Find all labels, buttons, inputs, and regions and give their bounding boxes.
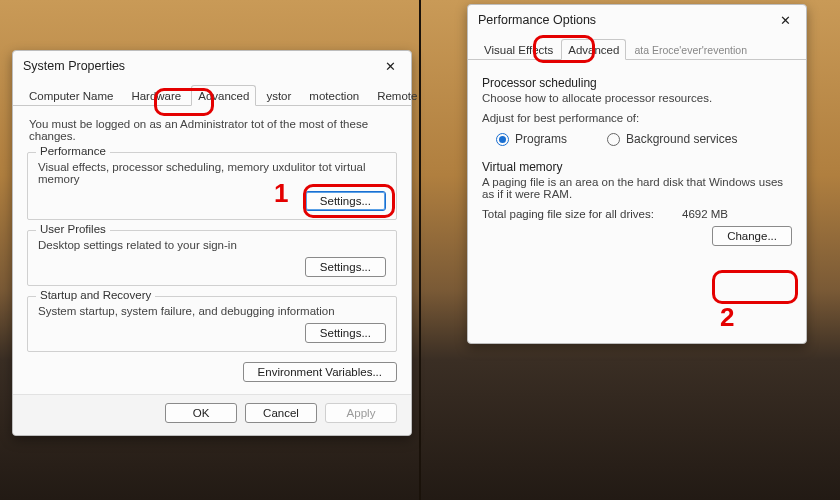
change-button[interactable]: Change...: [712, 226, 792, 246]
ok-button[interactable]: OK: [165, 403, 237, 423]
environment-variables-button[interactable]: Environment Variables...: [243, 362, 397, 382]
tab-system-protection[interactable]: ystor: [260, 86, 297, 105]
virtual-memory-desc: A paging file is an area on the hard dis…: [482, 176, 792, 200]
user-profiles-title: User Profiles: [36, 223, 110, 235]
processor-scheduling-sub: Choose how to allocate processor resourc…: [482, 92, 792, 104]
tab-advanced[interactable]: Advanced: [561, 39, 626, 60]
tab-visual-effects[interactable]: Visual Effects: [478, 40, 559, 59]
cancel-button[interactable]: Cancel: [245, 403, 317, 423]
paging-file-label: Total paging file size for all drives:: [482, 208, 682, 220]
user-profiles-settings-button[interactable]: Settings...: [305, 257, 386, 277]
user-profiles-desc: Desktop settings related to your sign-in: [38, 239, 386, 251]
adjust-label: Adjust for best performance of:: [482, 112, 792, 124]
startup-recovery-desc: System startup, system failure, and debu…: [38, 305, 386, 317]
scheduling-radio-row: Programs Background services: [496, 132, 792, 146]
startup-recovery-settings-button[interactable]: Settings...: [305, 323, 386, 343]
close-icon[interactable]: ✕: [377, 55, 403, 77]
radio-icon: [607, 133, 620, 146]
dialog-body: You must be logged on as an Administrato…: [13, 106, 411, 394]
image-divider: [419, 0, 421, 500]
radio-programs[interactable]: Programs: [496, 132, 567, 146]
virtual-memory-head: Virtual memory: [482, 160, 792, 174]
titlebar: Performance Options ✕: [468, 5, 806, 35]
admin-note: You must be logged on as an Administrato…: [29, 118, 395, 142]
tab-remote[interactable]: Remote: [371, 86, 423, 105]
window-title: System Properties: [23, 59, 125, 73]
radio-programs-label: Programs: [515, 132, 567, 146]
processor-scheduling-head: Processor scheduling: [482, 76, 792, 90]
tab-advanced[interactable]: Advanced: [191, 85, 256, 106]
radio-background-label: Background services: [626, 132, 737, 146]
performance-group: Performance Visual effects, processor sc…: [27, 152, 397, 220]
startup-recovery-title: Startup and Recovery: [36, 289, 155, 301]
close-icon[interactable]: ✕: [772, 9, 798, 31]
dialog-footer: OK Cancel Apply: [13, 394, 411, 435]
paging-file-value: 4692 MB: [682, 208, 728, 220]
tab-hardware[interactable]: Hardware: [125, 86, 187, 105]
tab-dep[interactable]: ata Eroce'ever'revention: [628, 40, 753, 59]
system-properties-dialog: System Properties ✕ Computer Name Hardwa…: [12, 50, 412, 436]
titlebar: System Properties ✕: [13, 51, 411, 81]
window-title: Performance Options: [478, 13, 596, 27]
performance-options-dialog: Performance Options ✕ Visual Effects Adv…: [467, 4, 807, 344]
user-profiles-group: User Profiles Desktop settings related t…: [27, 230, 397, 286]
tab-row: Computer Name Hardware Advanced ystor mo…: [13, 81, 411, 106]
performance-title: Performance: [36, 145, 110, 157]
startup-recovery-group: Startup and Recovery System startup, sys…: [27, 296, 397, 352]
tab-row: Visual Effects Advanced ata Eroce'ever'r…: [468, 35, 806, 60]
tab-computer-name[interactable]: Computer Name: [23, 86, 119, 105]
radio-icon: [496, 133, 509, 146]
dialog-body: Processor scheduling Choose how to alloc…: [468, 60, 806, 252]
performance-desc: Visual effects, processor scheduling, me…: [38, 161, 386, 185]
apply-button[interactable]: Apply: [325, 403, 397, 423]
performance-settings-button[interactable]: Settings...: [305, 191, 386, 211]
tab-motection[interactable]: motection: [303, 86, 365, 105]
radio-background-services[interactable]: Background services: [607, 132, 737, 146]
paging-file-row: Total paging file size for all drives: 4…: [482, 208, 792, 220]
